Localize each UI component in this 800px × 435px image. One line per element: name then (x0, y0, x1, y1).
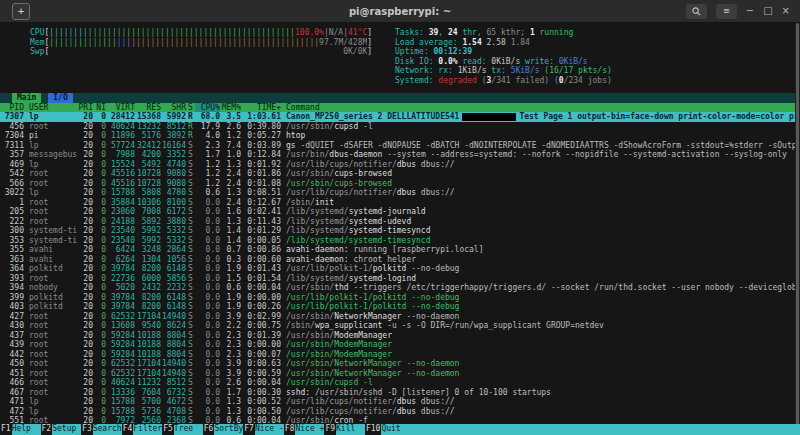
fnlabel-search[interactable]: Search (93, 424, 122, 435)
col-s[interactable]: S (186, 103, 195, 113)
function-key-bar: F1Help F2Setup F3SearchF4FilterF5Tree F6… (0, 424, 800, 435)
info-line: Disk IO: 0.0% read: 0KiB/s write: 0KiB/s (395, 57, 612, 67)
fnkey-f6[interactable]: F6 (203, 424, 215, 435)
col-user[interactable]: USER (24, 103, 77, 113)
screen-tabs: MainI/O (0, 93, 795, 103)
swp-meter: Swp[0K/0K] (30, 47, 372, 57)
process-row[interactable]: 394nobody200502024322232S0.00.60:00.04/u… (0, 283, 795, 293)
titlebar: + pi@raspberrypi: ~ ≡ − □ × (0, 0, 800, 23)
process-row[interactable]: 7304pi2001189651763892R4.01.20:05.27htop (0, 131, 795, 141)
process-row[interactable]: 466root20040624112328512S0.02.60:00.04/u… (0, 378, 795, 388)
fnkey-f2[interactable]: F2 (41, 424, 53, 435)
fnlabel-setup[interactable]: Setup (52, 424, 81, 435)
fnlabel-tree[interactable]: Tree (174, 424, 203, 435)
fnlabel-sortby[interactable]: SortBy (214, 424, 243, 435)
process-row[interactable]: 357messagebus200798842003352S1.71.00:12.… (0, 150, 795, 160)
resource-meters: CPU[||||||||||||||||||||||||||||||||||||… (30, 28, 372, 57)
process-row[interactable]: 451root200625321710414940S0.03.90:00.59/… (0, 369, 795, 379)
info-line: Tasks: 39, 24 thr, 65 kthr; 1 running (395, 28, 612, 38)
info-line: Uptime: 00:12:39 (395, 47, 612, 57)
tab-main[interactable]: Main (12, 93, 41, 103)
mem-meter: Mem[||||||||||||||||||||||||||||||||||||… (30, 38, 372, 48)
process-row[interactable]: 442root20059284101888804S0.02.30:00.07/u… (0, 350, 795, 360)
col-shr[interactable]: SHR (161, 103, 186, 113)
col-pri[interactable]: PRI (77, 103, 93, 113)
fnkey-f8[interactable]: F8 (284, 424, 296, 435)
menu-icon[interactable]: ≡ (716, 4, 737, 19)
fnkey-f7[interactable]: F7 (243, 424, 255, 435)
process-row[interactable]: 300systemd-ti2002354059925332S0.01.40:01… (0, 226, 795, 236)
process-row[interactable]: 355avahi200642432482864S0.00.70:00.86ava… (0, 245, 795, 255)
process-row[interactable]: 403polkitd2003978482006148S0.01.90:00.26… (0, 302, 795, 312)
new-tab-icon[interactable]: + (12, 3, 30, 20)
search-icon[interactable] (686, 4, 707, 19)
process-row[interactable]: 566root20045516107289080S1.22.40:01.08/u… (0, 179, 795, 189)
col-res[interactable]: RES (135, 103, 161, 113)
info-line: Systemd: degraded (3/341 failed) (0/234 … (395, 76, 612, 86)
col-command[interactable]: Command (281, 103, 795, 113)
info-line: Load average: 1.54 2.58 1.84 (395, 38, 612, 48)
process-row[interactable]: 353systemd-ti2002354059925332S0.01.40:00… (0, 236, 795, 246)
col-time[interactable]: TIME+ (241, 103, 281, 113)
col-cpu[interactable]: CPU% (195, 103, 220, 113)
process-row[interactable]: 7307lp20028412153685992R68.03.51:03.61Ca… (0, 112, 795, 122)
process-row[interactable]: 450root200625321710414940S0.03.90:00.63/… (0, 359, 795, 369)
scrollbar-thumb[interactable] (796, 23, 799, 435)
fnlabel-quit[interactable]: Quit (381, 424, 410, 435)
fnkey-f5[interactable]: F5 (162, 424, 174, 435)
scrollbar[interactable] (795, 23, 800, 435)
close-icon[interactable]: × (782, 6, 790, 16)
fnkey-f9[interactable]: F9 (324, 424, 336, 435)
fnlabel-kill[interactable]: Kill (336, 424, 365, 435)
window-title: pi@raspberrypi: ~ (0, 6, 800, 17)
fnlabel-help[interactable]: Help (12, 424, 41, 435)
minimize-icon[interactable]: − (746, 6, 754, 16)
process-list: 7307lp20028412153685992R68.03.51:03.61Ca… (0, 112, 795, 435)
process-row[interactable]: 469lp2001552454924740S1.21.30:01.92/usr/… (0, 160, 795, 170)
process-row[interactable]: 471lp2001578857004672S0.01.30:00.52/usr/… (0, 397, 795, 407)
process-row[interactable]: 399polkitd2003978482006148S0.01.90:00.00… (0, 293, 795, 303)
process-row[interactable]: 467root2001333676046732S0.01.70:00.30ssh… (0, 388, 795, 398)
process-row[interactable]: 222root2002418858923880S0.01.30:11.43/li… (0, 217, 795, 227)
col-ni[interactable]: NI (93, 103, 106, 113)
redacted-text (462, 113, 516, 121)
process-row[interactable]: 393root2002273660005856S0.01.50:01.54/li… (0, 274, 795, 284)
tab-io[interactable]: I/O (48, 93, 72, 103)
process-row[interactable]: 364polkitd2003978482006148S0.01.90:01.43… (0, 264, 795, 274)
process-row[interactable]: 437root20059284101888804S0.02.30:01.39/u… (0, 331, 795, 341)
process-row[interactable]: 7311lp200577243241216164S2.37.40:03.89gs… (0, 141, 795, 151)
col-mem[interactable]: MEM% (220, 103, 241, 113)
info-line: Network: rx: 1KiB/s tx: 5KiB/s (16/17 pk… (395, 66, 612, 76)
fnkey-f10[interactable]: F10 (365, 424, 381, 435)
system-info: Tasks: 39, 24 thr, 65 kthr; 1 runningLoa… (395, 28, 612, 85)
process-row[interactable]: 3022lp2001578858084780S0.61.30:08.51/usr… (0, 188, 795, 198)
process-row[interactable]: 542root20045516107289080S1.22.40:01.86/u… (0, 169, 795, 179)
process-row[interactable]: 427root200625321710414940S0.03.90:02.99/… (0, 312, 795, 322)
fnlabel-nice[interactable]: Nice - (255, 424, 284, 435)
terminal-window: + pi@raspberrypi: ~ ≡ − □ × CPU[||||||||… (0, 0, 800, 435)
maximize-icon[interactable]: □ (763, 6, 772, 16)
col-pid[interactable]: PID (0, 103, 24, 113)
cpu-meter: CPU[||||||||||||||||||||||||||||||||||||… (30, 28, 372, 38)
htop-screen: CPU[||||||||||||||||||||||||||||||||||||… (0, 23, 800, 435)
process-row[interactable]: 430root2001360895408624S0.02.20:00.75/sb… (0, 321, 795, 331)
process-row[interactable]: 456root20040624132328512R17.92.60:39.80/… (0, 122, 795, 132)
process-row[interactable]: 472lp2001578857364708S0.01.30:00.50/usr/… (0, 407, 795, 417)
process-row[interactable]: 439root20059284101888804S0.02.30:00.00/u… (0, 340, 795, 350)
fnbar-filler (410, 424, 800, 435)
table-header: PIDUSERPRINIVIRTRESSHRSCPU%MEM%TIME+Comm… (0, 103, 795, 113)
fnlabel-filter[interactable]: Filter (133, 424, 162, 435)
process-row[interactable]: 363avahi200626413041056S0.00.30:00.60ava… (0, 255, 795, 265)
process-row[interactable]: 205root2002386070086172S0.01.60:02.41/li… (0, 207, 795, 217)
fnkey-f4[interactable]: F4 (122, 424, 134, 435)
fnkey-f3[interactable]: F3 (81, 424, 93, 435)
process-row[interactable]: 1root20035884103068100S0.02.40:12.67/sbi… (0, 198, 795, 208)
fnlabel-nice[interactable]: Nice + (295, 424, 324, 435)
col-virt[interactable]: VIRT (106, 103, 135, 113)
fnkey-f1[interactable]: F1 (0, 424, 12, 435)
